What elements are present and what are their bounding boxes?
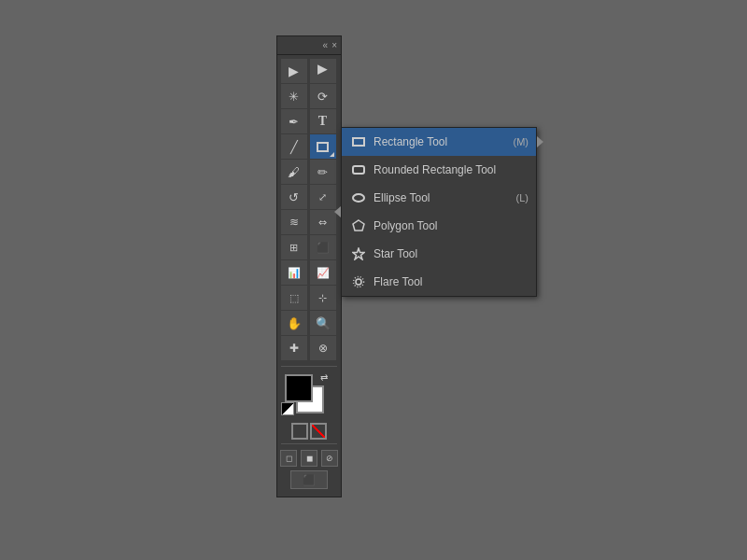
symbol-tool-button[interactable]: ⬛: [310, 235, 336, 259]
rectangle-tool-shortcut: (M): [514, 136, 529, 147]
reset-colors-button[interactable]: [281, 402, 294, 415]
star-icon: [349, 245, 368, 263]
rectangle-tool-label: Rectangle Tool: [374, 135, 506, 148]
submenu-item-rectangle[interactable]: Rectangle Tool (M): [342, 128, 536, 156]
collapse-button[interactable]: «: [323, 40, 329, 50]
blob-brush-tool-button[interactable]: ✏: [310, 160, 336, 184]
svg-point-3: [354, 277, 364, 287]
free-transform-tool-button[interactable]: ⊞: [281, 235, 307, 259]
toolbar-divider-2: [281, 443, 337, 444]
warp-tool-button[interactable]: ≋: [281, 210, 307, 234]
rectangle-icon: [349, 133, 368, 151]
color-section: ⇄: [281, 372, 337, 419]
ellipse-tool-label: Ellipse Tool: [374, 191, 509, 204]
swap-colors-button[interactable]: ⇄: [320, 372, 333, 385]
submenu-item-polygon[interactable]: Polygon Tool: [342, 212, 536, 240]
tool-grid: ▶ ▶ ✳ ⟳ ✒ T ╱ 🖌 ✏: [279, 55, 340, 364]
scale-tool-button[interactable]: ⤢: [310, 185, 336, 209]
artboard-tool-button[interactable]: ⬚: [281, 286, 307, 310]
polygon-icon: [349, 217, 368, 235]
rounded-rectangle-icon: [349, 161, 368, 179]
submenu-item-flare[interactable]: Flare Tool: [342, 268, 536, 296]
submenu-item-rounded-rectangle[interactable]: Rounded Rectangle Tool: [342, 156, 536, 184]
toolbar-panel: « × ▶ ▶ ✳ ⟳ ✒ T ╱: [276, 35, 342, 497]
ellipse-tool-shortcut: (L): [516, 192, 529, 203]
highlighted-arrow: [537, 136, 543, 147]
zoom-tool-button[interactable]: 🔍: [310, 311, 336, 335]
draw-inside-button[interactable]: ⊘: [321, 450, 338, 467]
selection-tool-button[interactable]: ▶: [281, 59, 307, 83]
paintbrush-tool-button[interactable]: 🖌: [281, 160, 307, 184]
ellipse-icon: [349, 189, 368, 207]
flare-icon: [349, 273, 368, 291]
foreground-color-swatch[interactable]: [285, 374, 313, 402]
submenu-left-arrow: [334, 206, 341, 217]
svg-point-2: [356, 279, 361, 285]
screen-mode-button[interactable]: ⬛: [290, 470, 328, 489]
slice-tool-button[interactable]: ⊹: [310, 286, 336, 310]
stroke-none-row: [291, 423, 327, 440]
magic-wand-tool-button[interactable]: ✳: [281, 84, 307, 108]
toolbar-divider-1: [281, 366, 337, 367]
eyedropper-tool-button[interactable]: ✚: [281, 336, 307, 360]
rotate-tool-button[interactable]: ↺: [281, 185, 307, 209]
width-tool-button[interactable]: ⇔: [310, 210, 336, 234]
bottom-icons-row: ◻ ◼ ⊘: [280, 450, 338, 467]
polygon-tool-label: Polygon Tool: [374, 219, 521, 232]
type-tool-button[interactable]: T: [310, 109, 336, 133]
close-button[interactable]: ×: [331, 40, 337, 50]
hand-tool-button[interactable]: ✋: [281, 311, 307, 335]
draw-normal-button[interactable]: ◻: [280, 450, 297, 467]
submenu-item-ellipse[interactable]: Ellipse Tool (L): [342, 184, 536, 212]
blend-tool-button[interactable]: ⊗: [310, 336, 336, 360]
shape-tool-button[interactable]: [310, 134, 336, 159]
lasso-tool-button[interactable]: ⟳: [310, 84, 336, 108]
flare-tool-label: Flare Tool: [374, 275, 521, 288]
bar-graph-tool-button[interactable]: 📈: [310, 260, 336, 285]
line-tool-button[interactable]: ╱: [281, 134, 307, 159]
direct-selection-tool-button[interactable]: ▶: [310, 59, 336, 83]
rounded-rectangle-tool-label: Rounded Rectangle Tool: [374, 163, 521, 176]
svg-marker-1: [353, 248, 364, 259]
pen-tool-button[interactable]: ✒: [281, 109, 307, 133]
none-swatch[interactable]: [310, 423, 327, 440]
submenu-item-star[interactable]: Star Tool: [342, 240, 536, 268]
stroke-swatch[interactable]: [291, 423, 308, 440]
svg-marker-0: [353, 220, 364, 231]
shape-tool-submenu: Rectangle Tool (M) Rounded Rectangle Too…: [341, 127, 537, 297]
draw-behind-button[interactable]: ◼: [301, 450, 317, 467]
star-tool-label: Star Tool: [374, 247, 521, 260]
toolbar-titlebar: « ×: [277, 36, 341, 55]
column-graph-tool-button[interactable]: 📊: [281, 260, 307, 285]
